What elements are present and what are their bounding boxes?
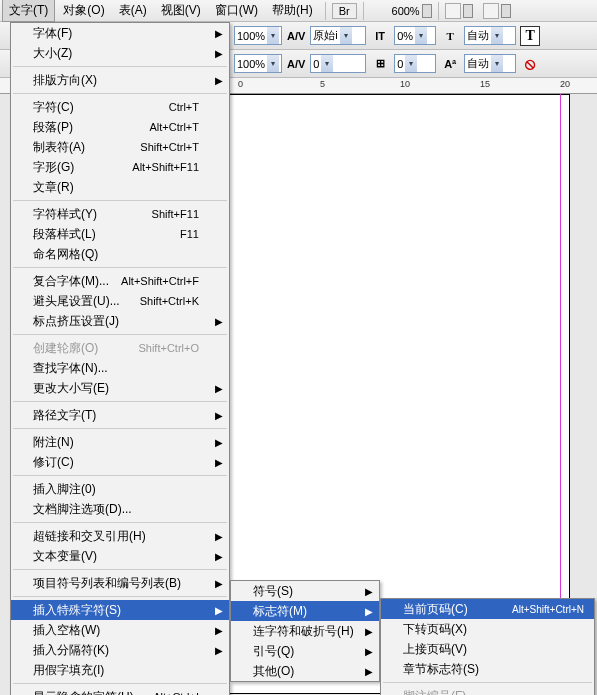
menu-shortcut: Shift+F11: [152, 208, 199, 220]
menu-item-label: 命名网格(Q): [33, 246, 98, 263]
text-menu-item[interactable]: 段落(P)Alt+Ctrl+T: [11, 117, 229, 137]
tracking-field[interactable]: 0▾: [310, 54, 366, 73]
menu-item-label: 排版方向(X): [33, 72, 97, 89]
text-menu-item[interactable]: 字体(F)▶: [11, 23, 229, 43]
special-char-item[interactable]: 其他(O)▶: [231, 661, 379, 681]
menu-shortcut: Alt+Ctrl+I: [153, 691, 199, 695]
kerning-field[interactable]: 原始i▾: [310, 26, 366, 45]
menu-separator: [13, 475, 227, 476]
menu-item-label: 显示隐含的字符(H): [33, 689, 134, 696]
text-menu-item[interactable]: 项目符号列表和编号列表(B)▶: [11, 573, 229, 593]
no-break-icon[interactable]: ⦸: [520, 54, 540, 74]
text-menu-item[interactable]: 用假字填充(I): [11, 660, 229, 680]
text-menu-item[interactable]: 大小(Z)▶: [11, 43, 229, 63]
scale-x-field[interactable]: 100%▾: [234, 26, 282, 45]
special-char-item[interactable]: 引号(Q)▶: [231, 641, 379, 661]
menu-help[interactable]: 帮助(H): [266, 0, 319, 21]
menu-separator: [13, 267, 227, 268]
submenu-arrow-icon: ▶: [365, 606, 373, 617]
text-menu-item[interactable]: 避头尾设置(U)...Shift+Ctrl+K: [11, 291, 229, 311]
menu-window[interactable]: 窗口(W): [209, 0, 264, 21]
scale-y-field[interactable]: 100%▾: [234, 54, 282, 73]
dropdown-icon[interactable]: [463, 4, 473, 18]
text-menu-item[interactable]: 命名网格(Q): [11, 244, 229, 264]
text-menu-item[interactable]: 制表符(A)Shift+Ctrl+T: [11, 137, 229, 157]
menu-item-label: 段落(P): [33, 119, 73, 136]
submenu-arrow-icon: ▶: [215, 605, 223, 616]
menu-shortcut: Shift+Ctrl+K: [140, 295, 199, 307]
menu-item-label: 插入分隔符(K): [33, 642, 109, 659]
menu-item-label: 字形(G): [33, 159, 74, 176]
text-menu-item: 创建轮廓(O)Shift+Ctrl+O: [11, 338, 229, 358]
text-menu-item[interactable]: 路径文字(T)▶: [11, 405, 229, 425]
markers-item[interactable]: 章节标志符(S): [381, 659, 594, 679]
menu-item-label: 符号(S): [253, 583, 293, 600]
text-menu-item[interactable]: 显示隐含的字符(H)Alt+Ctrl+I: [11, 687, 229, 695]
text-menu-item[interactable]: 插入脚注(0): [11, 479, 229, 499]
menu-shortcut: Shift+Ctrl+O: [138, 342, 199, 354]
submenu-arrow-icon: ▶: [215, 410, 223, 421]
menu-item-label: 附注(N): [33, 434, 74, 451]
submenu-arrow-icon: ▶: [215, 551, 223, 562]
menu-separator: [13, 428, 227, 429]
bridge-button[interactable]: Br: [332, 3, 357, 19]
text-menu-item[interactable]: 更改大小写(E)▶: [11, 378, 229, 398]
markers-item[interactable]: 上接页码(V): [381, 639, 594, 659]
markers-item[interactable]: 当前页码(C)Alt+Shift+Ctrl+N: [381, 599, 594, 619]
menu-item-label: 插入空格(W): [33, 622, 100, 639]
special-char-item[interactable]: 连字符和破折号(H)▶: [231, 621, 379, 641]
text-menu-item[interactable]: 插入分隔符(K)▶: [11, 640, 229, 660]
menu-item-label: 文章(R): [33, 179, 74, 196]
screen-mode-icon[interactable]: [483, 3, 499, 19]
menu-item-label: 当前页码(C): [403, 601, 468, 618]
menu-item-label: 更改大小写(E): [33, 380, 109, 397]
text-menu-item[interactable]: 复合字体(M)...Alt+Shift+Ctrl+F: [11, 271, 229, 291]
text-menu-item[interactable]: 文档脚注选项(D)...: [11, 499, 229, 519]
menu-shortcut: Alt+Shift+Ctrl+N: [512, 604, 584, 615]
text-menu-item[interactable]: 超链接和交叉引用(H)▶: [11, 526, 229, 546]
text-menu-item[interactable]: 修订(C)▶: [11, 452, 229, 472]
text-menu-item[interactable]: 字形(G)Alt+Shift+F11: [11, 157, 229, 177]
text-menu-item[interactable]: 插入特殊字符(S)▶: [11, 600, 229, 620]
menu-item-label: 制表符(A): [33, 139, 85, 156]
text-menu-item[interactable]: 字符(C)Ctrl+T: [11, 97, 229, 117]
text-menu-item[interactable]: 段落样式(L)F11: [11, 224, 229, 244]
text-menu-dropdown: 字体(F)▶大小(Z)▶排版方向(X)▶字符(C)Ctrl+T段落(P)Alt+…: [10, 22, 230, 695]
dropdown-icon[interactable]: [501, 4, 511, 18]
special-char-item[interactable]: 标志符(M)▶: [231, 601, 379, 621]
submenu-arrow-icon: ▶: [215, 578, 223, 589]
auto-field-2[interactable]: 自动▾: [464, 54, 516, 73]
leading-icon: Aª: [440, 54, 460, 74]
text-menu-item[interactable]: 排版方向(X)▶: [11, 70, 229, 90]
menu-table[interactable]: 表(A): [113, 0, 153, 21]
menu-text[interactable]: 文字(T): [2, 0, 55, 22]
vertical-scale-icon: IT: [370, 26, 390, 46]
zoom-dropdown-icon[interactable]: [422, 4, 432, 18]
auto-field-1[interactable]: 自动▾: [464, 26, 516, 45]
submenu-arrow-icon: ▶: [215, 645, 223, 656]
baseline-icon: ⊞: [370, 54, 390, 74]
vertical-scale-field[interactable]: 0%▾: [394, 26, 436, 45]
text-menu-item[interactable]: 文本变量(V)▶: [11, 546, 229, 566]
special-char-item[interactable]: 符号(S)▶: [231, 581, 379, 601]
view-mode-icon[interactable]: [445, 3, 461, 19]
text-menu-item[interactable]: 查找字体(N)...: [11, 358, 229, 378]
type-tool-icon[interactable]: T: [520, 26, 540, 46]
text-menu-item[interactable]: 插入空格(W)▶: [11, 620, 229, 640]
menu-object[interactable]: 对象(O): [57, 0, 110, 21]
submenu-arrow-icon: ▶: [215, 316, 223, 327]
menu-item-label: 复合字体(M)...: [33, 273, 109, 290]
baseline-field[interactable]: 0▾: [394, 54, 436, 73]
text-menu-item[interactable]: 字符样式(Y)Shift+F11: [11, 204, 229, 224]
submenu-arrow-icon: ▶: [215, 75, 223, 86]
menu-separator: [13, 200, 227, 201]
text-menu-item[interactable]: 标点挤压设置(J)▶: [11, 311, 229, 331]
zoom-value[interactable]: 600%: [370, 5, 420, 17]
menu-separator: [13, 569, 227, 570]
text-menu-item[interactable]: 文章(R): [11, 177, 229, 197]
menu-separator: [13, 522, 227, 523]
menu-view[interactable]: 视图(V): [155, 0, 207, 21]
menu-item-label: 文本变量(V): [33, 548, 97, 565]
markers-item[interactable]: 下转页码(X): [381, 619, 594, 639]
text-menu-item[interactable]: 附注(N)▶: [11, 432, 229, 452]
